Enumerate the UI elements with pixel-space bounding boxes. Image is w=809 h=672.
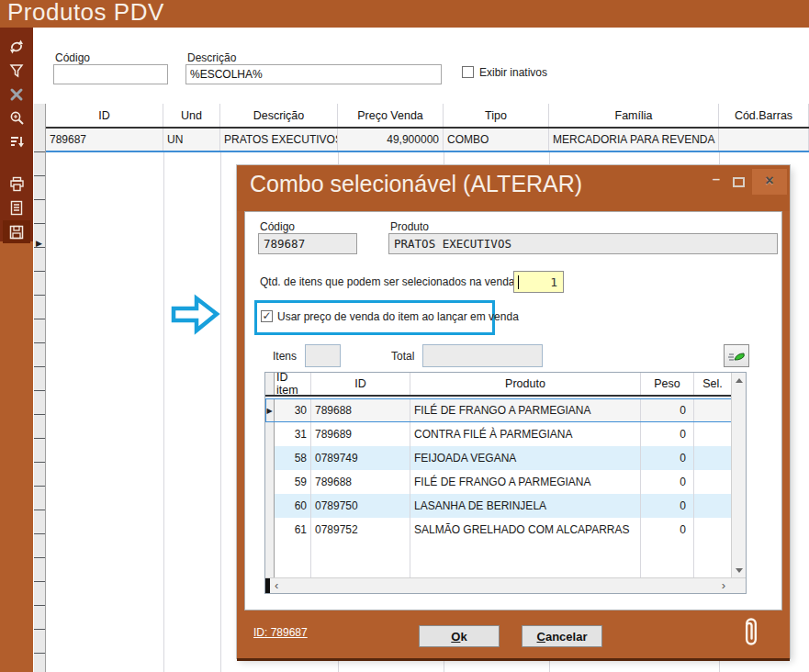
descricao-input[interactable]	[185, 64, 442, 84]
item-row[interactable]: 31789689CONTRA FILÉ À PARMEGIANA0	[265, 422, 732, 446]
refresh-button[interactable]	[3, 35, 30, 58]
qtd-label: Qtd. de itens que podem ser selecionados…	[260, 275, 515, 288]
item-row[interactable]: 600789750LASANHA DE BERINJELA0	[265, 494, 732, 518]
close-icon[interactable]: ×	[752, 169, 787, 195]
print-button[interactable]	[3, 173, 30, 196]
left-toolstrip	[0, 28, 33, 672]
codigo-input[interactable]	[53, 64, 168, 84]
item-cell-peso: 0	[641, 494, 694, 518]
column-header-id-item[interactable]: ID item	[275, 373, 311, 395]
save-icon	[9, 225, 24, 240]
dialog-produto-label: Produto	[390, 220, 429, 233]
column-header-cod-barras[interactable]: Cód.Barras	[719, 104, 809, 127]
save-button[interactable]	[3, 220, 30, 243]
products-grid-header: ID Und Descrição Preço Venda Tipo Famíli…	[46, 104, 809, 129]
column-header-preco-venda[interactable]: Preço Venda	[338, 104, 444, 127]
item-cell-id: 789688	[311, 398, 410, 422]
text-caret	[518, 275, 519, 289]
item-cell-sel	[694, 422, 732, 446]
row-marker	[265, 494, 275, 518]
scroll-left-icon[interactable]: ‹	[275, 578, 278, 592]
item-cell-peso: 0	[641, 518, 694, 542]
item-cell-sel	[694, 518, 732, 542]
item-cell-peso: 0	[641, 398, 694, 422]
selected-row-marker-icon: ▶	[36, 239, 42, 248]
empty-grid-area	[265, 542, 732, 579]
qtd-input[interactable]: 1	[513, 271, 564, 293]
column-header-sel[interactable]: Sel.	[694, 373, 732, 395]
id-link[interactable]: ID: 789687	[253, 626, 308, 639]
item-cell-produto: FEIJOADA VEGANA	[410, 446, 641, 470]
item-cell-sel	[694, 446, 732, 470]
item-cell-id_item: 59	[275, 470, 311, 494]
filter-icon	[9, 63, 24, 78]
exibir-inativos-checkbox[interactable]	[462, 66, 474, 78]
paperclip-icon	[738, 610, 764, 655]
minimize-button[interactable]: –	[709, 171, 724, 191]
item-cell-id: 789689	[311, 422, 410, 446]
maximize-icon[interactable]	[733, 177, 745, 187]
usar-preco-label: Usar preço de venda do item ao lançar em…	[277, 310, 519, 323]
column-header-peso[interactable]: Peso	[641, 373, 694, 395]
item-cell-id: 0789749	[311, 446, 410, 470]
clear-filter-button[interactable]	[3, 83, 30, 106]
items-grid-header: ID item ID Produto Peso Sel.	[265, 373, 732, 397]
item-row[interactable]: ▶30789688FILÉ DE FRANGO A PARMEGIANA0	[265, 398, 732, 422]
clear-filter-icon	[9, 87, 24, 102]
zoom-button[interactable]	[3, 106, 30, 129]
scroll-down-icon[interactable]	[732, 563, 747, 578]
horizontal-scrollbar[interactable]: ‹ ›	[265, 577, 746, 593]
vertical-scrollbar[interactable]	[731, 373, 746, 578]
grid-column-line	[220, 104, 221, 672]
dialog-titlebar: Combo selecionável (ALTERAR) – ×	[237, 165, 790, 211]
recalculate-items-button[interactable]	[724, 344, 749, 367]
filter-button[interactable]	[3, 59, 30, 82]
usar-preco-checkbox[interactable]: ✓	[261, 310, 273, 322]
item-cell-produto: LASANHA DE BERINJELA	[410, 494, 641, 518]
column-header-descricao[interactable]: Descrição	[220, 104, 338, 127]
annotation-arrow-icon	[171, 293, 220, 340]
item-row[interactable]: 580789749FEIJOADA VEGANA0	[265, 446, 732, 470]
product-row[interactable]: 789687UNPRATOS EXECUTIVOS49,900000COMBOM…	[46, 129, 809, 152]
descricao-label: Descrição	[187, 51, 236, 64]
column-header-id[interactable]: ID	[311, 373, 410, 395]
item-cell-id_item: 61	[275, 518, 311, 542]
items-grid: ID item ID Produto Peso Sel. ▶30789688FI…	[264, 372, 747, 594]
marker-column-header	[265, 373, 275, 395]
gutter-header-cell	[34, 104, 46, 129]
scrollbar-thumb[interactable]	[265, 578, 270, 593]
report-icon	[9, 200, 24, 216]
itens-field[interactable]	[305, 344, 341, 367]
product-cell-cod_barras	[719, 129, 809, 151]
scroll-right-icon[interactable]: ›	[722, 578, 725, 592]
row-marker	[265, 422, 275, 446]
column-header-id[interactable]: ID	[46, 104, 163, 127]
dialog-footer: ID: 789687 Ok Cancelar	[237, 610, 790, 658]
product-cell-preco_venda: 49,900000	[338, 129, 444, 151]
combo-dialog: Combo selecionável (ALTERAR) – × Código …	[237, 165, 790, 658]
item-row[interactable]: 59789688FILÉ DE FRANGO A PARMEGIANA0	[265, 470, 732, 494]
grid-column-line	[163, 104, 164, 672]
sort-icon	[9, 134, 25, 150]
column-header-tipo[interactable]: Tipo	[444, 104, 549, 127]
item-cell-peso: 0	[641, 446, 694, 470]
item-cell-sel	[694, 398, 732, 422]
item-cell-produto: SALMÃO GRELHADO COM ALCAPARRAS	[410, 518, 641, 542]
product-cell-descricao: PRATOS EXECUTIVOS	[220, 129, 338, 151]
app-window: Produtos PDV	[0, 0, 809, 672]
scroll-up-icon[interactable]	[732, 373, 747, 388]
column-header-produto[interactable]: Produto	[410, 373, 641, 395]
product-cell-tipo: COMBO	[444, 129, 549, 151]
report-button[interactable]	[3, 196, 30, 219]
cancel-button[interactable]: Cancelar	[522, 625, 602, 647]
sort-button[interactable]	[3, 130, 30, 153]
ok-button[interactable]: Ok	[419, 625, 500, 647]
total-field[interactable]	[422, 344, 543, 367]
column-header-und[interactable]: Und	[163, 104, 220, 127]
dialog-produto-field[interactable]: PRATOS EXECUTIVOS	[388, 233, 778, 254]
item-cell-sel	[694, 494, 732, 518]
item-cell-id: 789688	[311, 470, 410, 494]
dialog-codigo-field[interactable]: 789687	[258, 233, 357, 254]
item-row[interactable]: 610789752SALMÃO GRELHADO COM ALCAPARRAS0	[265, 518, 732, 542]
column-header-familia[interactable]: Família	[549, 104, 719, 127]
